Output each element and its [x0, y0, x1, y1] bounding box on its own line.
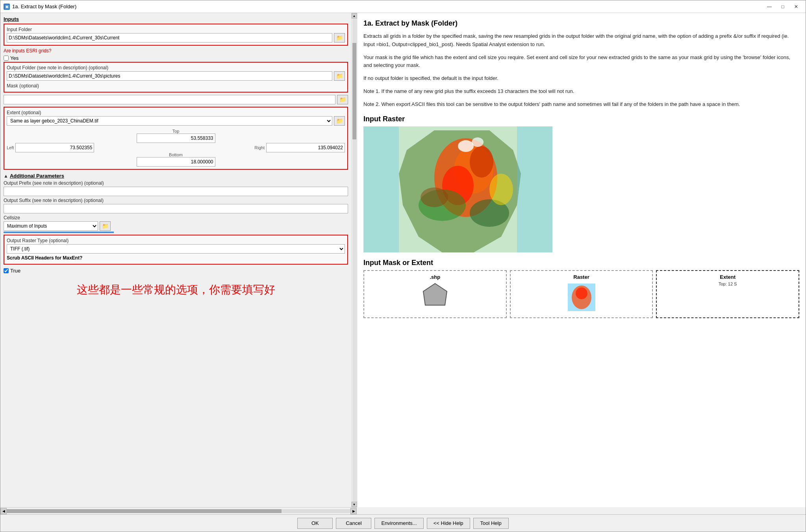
- right-panel: 1a. Extract by Mask (Folder) Extracts al…: [357, 13, 806, 507]
- output-raster-label: Output Raster Type (optional): [7, 238, 345, 243]
- left-panel-scroll[interactable]: Inputs Input Folder 📁 Are inputs ESRI gr…: [0, 13, 357, 507]
- yes-checkbox[interactable]: [4, 56, 9, 61]
- right-value-field[interactable]: [266, 143, 345, 152]
- svg-point-5: [470, 146, 493, 178]
- mask-browse-button[interactable]: 📁: [337, 95, 348, 104]
- raster-map-svg: [363, 126, 552, 252]
- title-bar-controls: — □ ✕: [763, 2, 802, 11]
- bottom-value-field[interactable]: [137, 157, 215, 167]
- input-raster-title: Input Raster: [363, 115, 799, 123]
- svg-point-18: [576, 287, 587, 299]
- esri-question-label: Are inputs ESRI grids?: [4, 48, 348, 54]
- output-prefix-field[interactable]: [4, 187, 348, 196]
- maximize-button[interactable]: □: [776, 2, 789, 11]
- ok-button[interactable]: OK: [297, 518, 333, 529]
- scrub-label: Scrub ASCII Headers for MaxEnt?: [7, 255, 345, 261]
- title-bar-left: ▣ 1a. Extract by Mask (Folder): [4, 4, 76, 10]
- cellsize-browse-button[interactable]: 📁: [100, 221, 111, 231]
- tool-help-button[interactable]: Tool Help: [473, 518, 509, 529]
- left-scrollbar: ▲ ▼: [351, 13, 357, 507]
- scroll-left-button[interactable]: ◀: [0, 508, 7, 514]
- additional-params-title: Additional Parameters: [10, 173, 64, 179]
- extent-middle: Left Right: [7, 143, 345, 152]
- top-label: Top: [172, 129, 180, 133]
- cellsize-label: Cellsize: [4, 215, 348, 221]
- scroll-up-button[interactable]: ▲: [352, 13, 357, 19]
- true-label: True: [10, 268, 20, 274]
- output-suffix-field[interactable]: [4, 204, 348, 213]
- svg-point-8: [458, 140, 474, 152]
- environments-button[interactable]: Environments...: [374, 518, 423, 529]
- input-folder-row: 📁: [7, 33, 345, 43]
- output-raster-dropdown[interactable]: TIFF (.tif): [7, 244, 345, 254]
- chinese-instruction-text: 这些都是一些常规的选项，你需要填写好: [4, 274, 348, 305]
- extent-label-mask: Extent: [660, 274, 795, 280]
- top-value-field[interactable]: [137, 133, 215, 143]
- extent-dropdown-row: Same as layer gebco_2023_ChinaDEM.tif 📁: [7, 116, 345, 126]
- right-text-3: If no output folder is specified, the de…: [363, 74, 799, 83]
- output-folder-label: Output Folder (see note in description) …: [7, 65, 345, 70]
- output-folder-browse-button[interactable]: 📁: [334, 71, 345, 81]
- extent-browse-button[interactable]: 📁: [334, 116, 345, 126]
- output-folder-field[interactable]: [7, 71, 332, 81]
- right-panel-title: 1a. Extract by Mask (Folder): [363, 19, 799, 28]
- folder-icon-2: 📁: [336, 73, 343, 79]
- left-value-field[interactable]: [15, 143, 94, 152]
- h-scroll-track: [7, 509, 350, 513]
- input-folder-label: Input Folder: [7, 27, 345, 32]
- main-content: Inputs Input Folder 📁 Are inputs ESRI gr…: [0, 13, 806, 507]
- hide-help-button[interactable]: << Hide Help: [427, 518, 470, 529]
- extent-bottom: Bottom: [7, 152, 345, 167]
- close-button[interactable]: ✕: [790, 2, 802, 11]
- extent-label: Extent (optional): [7, 110, 345, 115]
- folder-icon-3: 📁: [339, 96, 346, 103]
- svg-point-9: [472, 137, 484, 147]
- scroll-down-button[interactable]: ▼: [352, 502, 357, 507]
- right-text-2: Your mask is the grid file which has the…: [363, 54, 799, 70]
- mask-field[interactable]: [4, 95, 335, 104]
- left-panel-wrapper: Inputs Input Folder 📁 Are inputs ESRI gr…: [0, 13, 357, 507]
- extent-dropdown[interactable]: Same as layer gebco_2023_ChinaDEM.tif: [7, 116, 332, 126]
- right-side: Right: [254, 143, 345, 152]
- input-folder-browse-button[interactable]: 📁: [334, 33, 345, 43]
- scroll-right-button[interactable]: ▶: [350, 508, 357, 514]
- extent-top: Top: [7, 129, 345, 143]
- yes-label: Yes: [10, 55, 19, 61]
- output-suffix-group: Output Suffix (see note in description) …: [4, 198, 348, 213]
- true-checkbox[interactable]: [4, 268, 9, 273]
- title-bar: ▣ 1a. Extract by Mask (Folder) — □ ✕: [0, 0, 806, 13]
- true-checkbox-row: True: [4, 267, 348, 274]
- svg-point-11: [421, 187, 448, 207]
- extent-sub: Top: 12 S: [660, 282, 795, 286]
- right-text-1: Extracts all grids in a folder by the sp…: [363, 32, 799, 49]
- cellsize-dropdown[interactable]: Maximum of Inputs: [4, 221, 98, 231]
- output-prefix-label: Output Prefix (see note in description) …: [4, 180, 348, 186]
- cancel-button[interactable]: Cancel: [336, 518, 371, 529]
- svg-point-10: [489, 174, 513, 205]
- main-window: ▣ 1a. Extract by Mask (Folder) — □ ✕ Inp…: [0, 0, 806, 532]
- cellsize-bar: [4, 232, 114, 233]
- right-content: 1a. Extract by Mask (Folder) Extracts al…: [363, 19, 799, 318]
- shp-svg: [419, 282, 451, 313]
- minimize-button[interactable]: —: [763, 2, 776, 11]
- bottom-bar: OK Cancel Environments... << Hide Help T…: [0, 514, 806, 532]
- scroll-thumb-left: [352, 43, 356, 139]
- mask-item-raster: Raster: [510, 270, 653, 318]
- folder-icon-4: 📁: [336, 118, 343, 124]
- left-label: Left: [7, 145, 14, 150]
- input-folder-group: Input Folder 📁: [4, 24, 348, 46]
- output-suffix-label: Output Suffix (see note in description) …: [4, 198, 348, 203]
- raster-svg: [566, 282, 597, 313]
- folder-icon: 📁: [336, 35, 343, 41]
- extent-group: Extent (optional) Same as layer gebco_20…: [4, 107, 348, 170]
- mask-section: .shp Raster: [363, 270, 799, 318]
- additional-params-header: ▲ Additional Parameters: [4, 173, 348, 179]
- cellsize-row: Maximum of Inputs 📁: [4, 221, 348, 231]
- input-folder-field[interactable]: [7, 33, 332, 43]
- input-mask-title: Input Mask or Extent: [363, 259, 799, 267]
- right-text-4: Note 1. If the name of any new grid plus…: [363, 87, 799, 96]
- raster-label: Raster: [514, 274, 649, 280]
- horizontal-scrollbar: ◀ ▶: [0, 507, 357, 514]
- inputs-header: Inputs: [4, 16, 348, 22]
- svg-marker-14: [423, 284, 447, 305]
